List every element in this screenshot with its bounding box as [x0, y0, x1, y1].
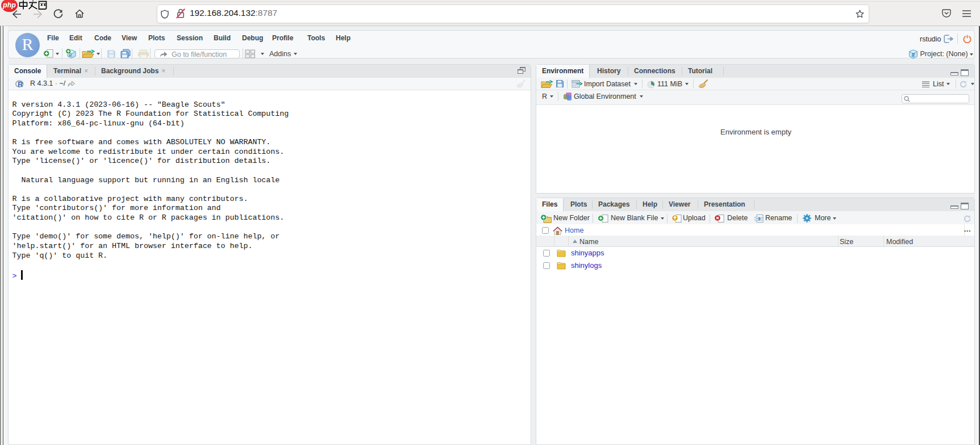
svg-text:R: R [18, 81, 23, 88]
svg-text:R: R [911, 52, 915, 58]
